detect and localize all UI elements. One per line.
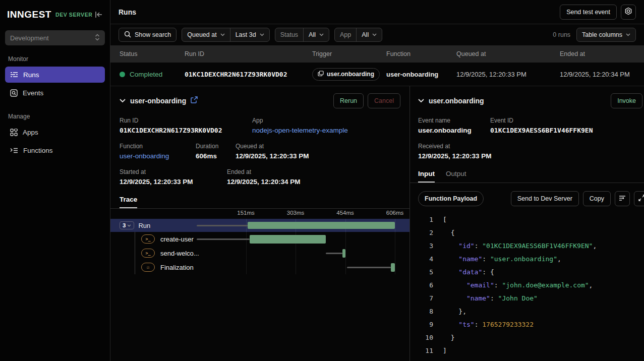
apps-icon bbox=[10, 129, 18, 136]
line-number: 10 bbox=[418, 331, 433, 344]
event-details-panel: user.onboarding Invoke Event name user.o… bbox=[410, 86, 644, 361]
field-duration: Duration 606ms bbox=[196, 143, 236, 160]
cancel-button[interactable]: Cancel bbox=[368, 93, 400, 108]
trace-time-axis: 151ms303ms454ms606ms bbox=[110, 209, 409, 219]
run-id-cell: 01KC1DEXCHR2N617Z93RK0VD02 bbox=[185, 71, 312, 78]
function-link[interactable]: user-onboarding bbox=[120, 152, 196, 160]
queued-at-label: Queued at bbox=[187, 31, 216, 38]
run-status-cell: Completed bbox=[120, 71, 185, 78]
code-line: 7 "name": "John Doe" bbox=[418, 292, 636, 305]
chevron-down-icon bbox=[260, 33, 264, 36]
event-id-label: Event ID bbox=[490, 117, 593, 124]
functions-icon bbox=[10, 147, 18, 154]
environment-select[interactable]: Development bbox=[5, 30, 105, 45]
trace-row-create-user[interactable]: >_create-user bbox=[110, 232, 409, 246]
column-header-run-id: Run ID bbox=[185, 50, 312, 57]
sidebar-item-label: Functions bbox=[23, 147, 53, 154]
tab-trace[interactable]: Trace bbox=[120, 196, 137, 208]
line-number: 11 bbox=[418, 344, 433, 357]
runs-count: 0 runs bbox=[553, 31, 570, 38]
chevron-up-down-icon bbox=[95, 34, 100, 42]
app-filter-label: App bbox=[335, 28, 356, 41]
field-run-id: Run ID 01KC1DEXCHR2N617Z93RK0VD02 bbox=[120, 117, 252, 134]
finalization-icon: ☑ bbox=[141, 263, 155, 272]
external-link-icon[interactable] bbox=[191, 96, 198, 105]
column-header-ended-at: Ended at bbox=[560, 50, 644, 57]
code-line: 3 "id": "01KC1DEX9AESS6BF1V46FFK9EN", bbox=[418, 239, 636, 253]
step-run-icon: >_ bbox=[141, 234, 155, 244]
send-to-dev-server-button[interactable]: Send to Dev Server bbox=[511, 191, 579, 206]
queued-at-dropdown[interactable]: Queued at bbox=[182, 28, 229, 41]
run-table-row[interactable]: Completed 01KC1DEXCHR2N617Z93RK0VD02 use… bbox=[110, 63, 644, 86]
collapse-event-chevron-icon[interactable] bbox=[418, 99, 424, 103]
time-range-dropdown[interactable]: Last 3d bbox=[230, 28, 269, 41]
column-header-queued-at: Queued at bbox=[456, 50, 560, 57]
column-header-function: Function bbox=[386, 50, 456, 57]
expand-button[interactable] bbox=[634, 191, 644, 206]
queued-at-value: 12/9/2025, 12:20:33 PM bbox=[236, 152, 309, 160]
event-id-value: 01KC1DEX9AESS6BF1V46FFK9EN bbox=[490, 127, 593, 134]
trace-waterfall: 151ms303ms454ms606ms3Run>_create-user>_s… bbox=[110, 209, 409, 274]
app-link[interactable]: nodejs-open-telemetry-example bbox=[252, 127, 348, 134]
invoke-button[interactable]: Invoke bbox=[611, 93, 642, 108]
status-filter-label: Status bbox=[275, 28, 303, 41]
chevron-down-icon bbox=[626, 33, 630, 36]
sidebar-item-functions[interactable]: Functions bbox=[5, 142, 105, 158]
search-icon bbox=[124, 31, 131, 39]
tab-input[interactable]: Input bbox=[418, 170, 435, 183]
app-label: App bbox=[252, 117, 348, 124]
main-area: Runs Send test event bbox=[110, 0, 644, 361]
run-id-label: Run ID bbox=[120, 117, 252, 124]
word-wrap-button[interactable] bbox=[615, 191, 630, 206]
line-number: 3 bbox=[418, 239, 433, 253]
sidebar: INNGEST DEV SERVER Development Monitor R… bbox=[0, 0, 110, 361]
code-line: 1[ bbox=[418, 213, 636, 226]
app-filter-dropdown[interactable]: All bbox=[357, 28, 382, 41]
span-count-badge[interactable]: 3 bbox=[120, 221, 134, 229]
table-columns-label: Table columns bbox=[582, 31, 622, 38]
span-waiting-bar bbox=[326, 253, 342, 254]
settings-button[interactable] bbox=[621, 5, 636, 20]
code-line: 5 "data": { bbox=[418, 266, 636, 279]
run-queued-cell: 12/9/2025, 12:20:33 PM bbox=[456, 71, 560, 78]
span-waiting-bar bbox=[197, 225, 248, 226]
nav-section-monitor: Monitor bbox=[8, 55, 102, 63]
sidebar-item-events[interactable]: Events bbox=[5, 85, 105, 101]
app-filter-group: App All bbox=[334, 28, 382, 42]
span-execution-bar bbox=[391, 263, 395, 272]
show-search-button[interactable]: Show search bbox=[119, 28, 177, 42]
sidebar-item-apps[interactable]: Apps bbox=[5, 124, 105, 140]
send-test-event-button[interactable]: Send test event bbox=[560, 5, 617, 20]
trace-row-send-welco[interactable]: >_send-welco... bbox=[110, 246, 409, 260]
trace-row-run[interactable]: 3Run bbox=[110, 219, 409, 232]
trigger-badge[interactable]: user.onboarding bbox=[312, 68, 380, 81]
axis-tick-label: 151ms bbox=[237, 210, 255, 216]
code-line: 10 } bbox=[418, 331, 636, 344]
collapse-sidebar-icon[interactable] bbox=[95, 11, 103, 18]
time-filter-group: Queued at Last 3d bbox=[182, 28, 269, 42]
event-panel-title: user.onboarding bbox=[429, 97, 484, 105]
axis-tick-label: 454ms bbox=[336, 210, 354, 216]
sidebar-item-runs[interactable]: Runs bbox=[5, 67, 105, 83]
word-wrap-icon bbox=[619, 195, 626, 203]
trace-span-name: Run bbox=[138, 222, 150, 229]
field-function: Function user-onboarding bbox=[120, 143, 196, 160]
event-squares-icon bbox=[318, 71, 324, 78]
function-payload-pill[interactable]: Function Payload bbox=[418, 191, 484, 206]
tab-output[interactable]: Output bbox=[446, 170, 466, 183]
collapse-run-chevron-icon[interactable] bbox=[120, 99, 126, 103]
status-filter-dropdown[interactable]: All bbox=[304, 28, 329, 41]
dev-server-badge: DEV SERVER bbox=[55, 12, 93, 18]
table-columns-dropdown[interactable]: Table columns bbox=[576, 28, 636, 42]
runs-table-header: StatusRun IDTriggerFunctionQueued atEnde… bbox=[110, 45, 644, 63]
field-ended-at: Ended at 12/9/2025, 12:20:34 PM bbox=[227, 168, 301, 186]
nav-manage: AppsFunctions bbox=[5, 124, 105, 160]
sidebar-item-label: Apps bbox=[23, 129, 38, 136]
rerun-button[interactable]: Rerun bbox=[333, 93, 364, 108]
chevron-down-icon bbox=[372, 33, 377, 36]
line-number: 6 bbox=[418, 279, 433, 292]
span-waiting-bar bbox=[197, 238, 250, 240]
status-filter-value: All bbox=[309, 31, 316, 38]
trace-row-finalization[interactable]: ☑Finalization bbox=[110, 260, 409, 274]
copy-button[interactable]: Copy bbox=[583, 191, 611, 206]
